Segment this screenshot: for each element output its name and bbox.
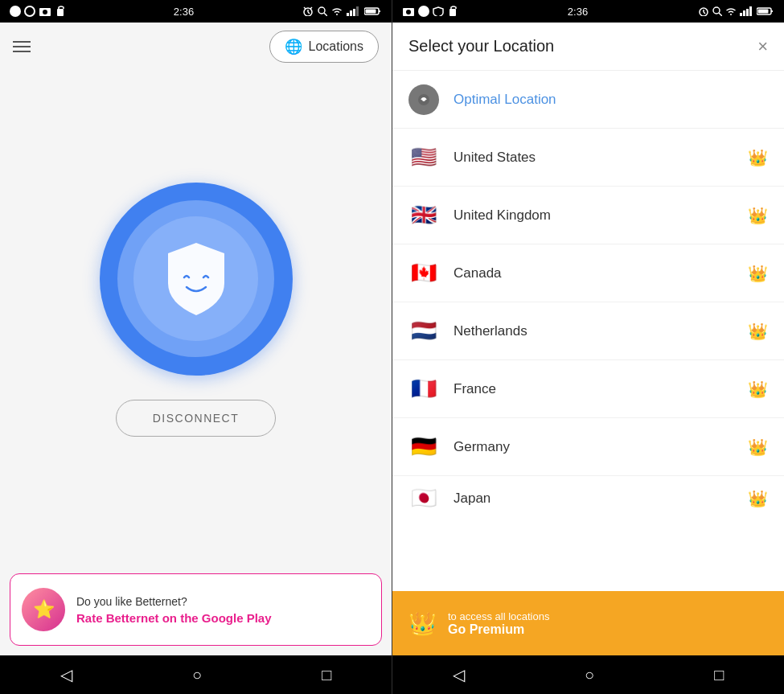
right-header-title: Select your Location [408,37,554,55]
outer-circle[interactable] [100,183,293,376]
banner-icon: ⭐ [22,588,65,631]
svg-rect-10 [347,13,349,16]
location-name-us: United States [454,150,748,166]
r-key-icon [712,6,722,16]
svg-rect-28 [749,6,752,16]
right-header: Select your Location × [392,23,784,71]
svg-point-8 [318,7,325,14]
svg-rect-13 [356,6,359,16]
r-signal-icon [740,6,754,16]
location-item-nl[interactable]: 🇳🇱 Netherlands 👑 [392,302,784,360]
right-panel: 2:36 Select your Location × Optimal Loca… [392,0,784,694]
right-time: 2:36 [568,6,588,18]
svg-line-22 [704,12,705,14]
premium-banner[interactable]: 👑 to access all locations Go Premium [392,591,784,655]
location-item-de[interactable]: 🇩🇪 Germany 👑 [392,418,784,476]
alarm-icon [302,6,314,16]
back-button[interactable]: ◁ [60,665,72,684]
svg-line-6 [304,7,306,9]
status-circle-1 [10,6,21,17]
location-name-de: Germany [454,439,748,455]
location-list: Optimal Location 🇺🇸 United States 👑 🇬🇧 U… [392,71,784,591]
right-status-icons [697,6,774,16]
middle-circle [117,200,274,357]
svg-rect-30 [758,10,769,14]
svg-rect-26 [743,10,745,16]
svg-point-18 [406,10,411,14]
optimal-icon [408,84,439,115]
battery-icon [364,6,382,16]
locations-button[interactable]: 🌐 Locations [269,31,380,63]
close-button[interactable]: × [757,36,768,57]
premium-crown-us: 👑 [748,148,768,167]
inner-circle [133,216,258,341]
premium-crown-de: 👑 [748,437,768,457]
svg-rect-11 [350,10,352,16]
optimal-arrow-icon [417,92,431,107]
shield-area: DISCONNECT [0,71,392,564]
r-dot-1 [418,6,429,17]
r-bag-icon [447,6,458,17]
svg-point-33 [422,98,425,101]
disconnect-button[interactable]: DISCONNECT [116,400,277,437]
flag-fr: 🇫🇷 [408,374,439,404]
location-item-optimal[interactable]: Optimal Location [392,71,784,129]
right-recent-button[interactable]: □ [714,666,724,684]
svg-rect-27 [746,9,749,16]
status-circle-2 [24,6,35,17]
premium-text-container: to access all locations Go Premium [448,610,549,637]
right-bottom-nav: ◁ ○ □ [392,655,784,694]
location-item-fr[interactable]: 🇫🇷 France 👑 [392,360,784,418]
svg-rect-19 [449,9,456,16]
right-back-button[interactable]: ◁ [453,665,465,684]
location-item-jp[interactable]: 🇯🇵 Japan 👑 [392,476,784,520]
premium-crown-fr: 👑 [748,380,768,399]
wifi-icon [330,6,343,16]
r-battery-icon [757,6,774,16]
recent-button[interactable]: □ [322,666,331,684]
banner-text-container: Do you like Betternet? Rate Betternet on… [76,595,370,625]
left-bottom-nav: ◁ ○ □ [0,655,392,694]
left-panel: 2:36 🌐 Locations [0,0,392,694]
location-item-ca[interactable]: 🇨🇦 Canada 👑 [392,244,784,302]
optimal-location-name: Optimal Location [454,92,768,108]
hamburger-line-2 [13,46,31,47]
banner-title: Do you like Betternet? [76,595,370,608]
signal-icon [347,6,361,16]
svg-line-9 [324,13,327,16]
svg-line-7 [310,7,312,9]
hamburger-line-3 [13,51,31,52]
svg-point-1 [43,10,47,14]
r-shield-icon [433,6,444,16]
right-status-left [402,6,458,17]
home-button[interactable]: ○ [192,666,202,684]
location-name-fr: France [454,381,748,397]
left-status-bar: 2:36 [0,0,392,23]
hamburger-line-1 [13,41,31,43]
location-name-ca: Canada [454,265,748,281]
svg-rect-25 [740,13,742,16]
flag-de: 🇩🇪 [408,432,439,462]
premium-crown-nl: 👑 [748,322,768,341]
location-item-us[interactable]: 🇺🇸 United States 👑 [392,129,784,187]
hamburger-menu[interactable] [13,41,31,52]
premium-banner-top: to access all locations [448,610,549,622]
flag-gb: 🇬🇧 [408,200,439,231]
location-name-jp: Japan [454,491,748,507]
premium-crown-ca: 👑 [748,264,768,283]
right-home-button[interactable]: ○ [585,666,594,684]
r-wifi-icon [724,6,737,16]
premium-crown-jp: 👑 [748,489,768,508]
premium-crown-icon: 👑 [408,610,437,637]
right-status-bar: 2:36 [392,0,784,23]
location-item-gb[interactable]: 🇬🇧 United Kingdom 👑 [392,187,784,244]
rate-banner[interactable]: ⭐ Do you like Betternet? Rate Betternet … [10,573,382,646]
bag-icon [55,6,66,17]
left-time: 2:36 [174,6,194,18]
left-top-bar: 🌐 Locations [0,23,392,71]
key-icon [318,6,327,16]
star-icon: ⭐ [33,599,55,620]
svg-rect-15 [366,10,376,14]
locations-btn-label: Locations [309,39,364,54]
flag-ca: 🇨🇦 [408,258,439,289]
